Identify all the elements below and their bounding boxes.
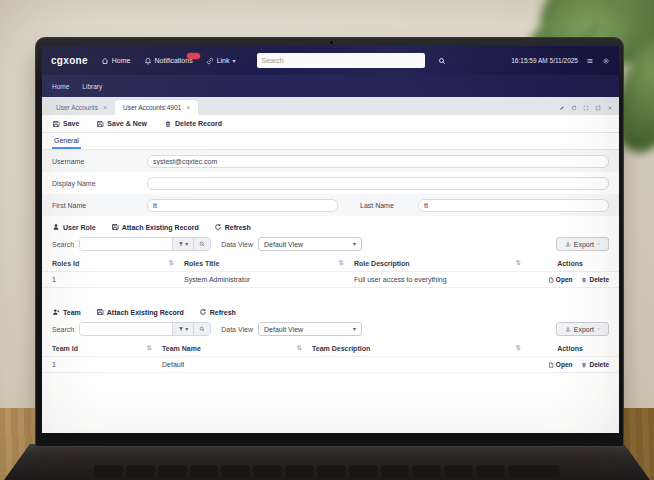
tab-user-accounts-4901[interactable]: User Accounts:4901 ×	[115, 100, 198, 115]
tab-label: User Accounts:4901	[123, 104, 181, 111]
last-name-label: Last Name	[360, 202, 418, 209]
delete-record-button[interactable]: Delete Record	[164, 120, 222, 128]
teams-data-view-label: Data View	[221, 326, 253, 333]
role-open-label: Open	[556, 276, 573, 283]
teams-table-row[interactable]: 1 Default Open Delete	[42, 356, 619, 373]
save-icon	[96, 120, 104, 128]
trash-icon	[581, 362, 587, 368]
col-role-description[interactable]: Role Description	[354, 260, 410, 267]
home-icon	[101, 57, 109, 65]
save-and-new-label: Save & New	[107, 120, 147, 127]
teams-search-button[interactable]	[193, 323, 210, 335]
add-user-role-button[interactable]: User Role	[52, 223, 96, 231]
col-roles-title[interactable]: Roles Title	[184, 260, 219, 267]
nav-notifications[interactable]: Notifications	[144, 57, 193, 65]
roles-export-button[interactable]: Export ▾	[556, 237, 609, 251]
roles-search-group: ▾	[79, 237, 211, 251]
first-name-field[interactable]	[147, 199, 338, 212]
teams-toolbar: Team Attach Existing Record Refresh	[42, 301, 619, 319]
team-open-label: Open	[556, 361, 573, 368]
search-icon[interactable]	[438, 57, 446, 65]
search-icon	[199, 241, 205, 247]
person-plus-icon	[52, 308, 60, 316]
sort-icon[interactable]: ⇅	[147, 344, 152, 352]
role-delete-button[interactable]: Delete	[581, 276, 609, 283]
team-name-cell: Default	[162, 361, 312, 368]
top-navbar: cgxone Home Notifications Link ▾	[42, 46, 619, 75]
team-delete-label: Delete	[589, 361, 609, 368]
last-name-field[interactable]	[418, 199, 609, 212]
webcam	[330, 41, 333, 44]
global-search-input[interactable]	[257, 53, 425, 68]
fullscreen-icon[interactable]	[583, 105, 589, 111]
team-delete-button[interactable]: Delete	[581, 361, 609, 368]
col-actions: Actions	[557, 345, 583, 352]
menubar-item-library[interactable]: Library	[82, 83, 102, 90]
download-icon	[565, 241, 571, 247]
col-team-name[interactable]: Team Name	[162, 345, 201, 352]
menu-bar: Home Library	[42, 75, 619, 97]
nav-link-menu[interactable]: Link ▾	[206, 57, 236, 65]
tab-close-icon[interactable]: ×	[103, 104, 107, 111]
bell-icon	[144, 57, 152, 65]
team-open-button[interactable]: Open	[548, 361, 573, 368]
delete-record-label: Delete Record	[175, 120, 222, 127]
role-id-cell: 1	[52, 276, 184, 283]
nav-link-label: Link	[217, 57, 230, 64]
roles-table-row[interactable]: 1 System Administrator Full user access …	[42, 271, 619, 288]
document-tabstrip: User Accounts × User Accounts:4901 ×	[42, 97, 619, 115]
teams-refresh-label: Refresh	[210, 309, 236, 316]
popout-icon[interactable]	[595, 105, 601, 111]
roles-search-row: Search ▾ Data View Default View	[42, 234, 619, 255]
save-and-new-button[interactable]: Save & New	[96, 120, 147, 128]
roles-search-button[interactable]	[193, 238, 210, 250]
sort-icon[interactable]: ⇅	[516, 259, 521, 267]
menubar-item-home[interactable]: Home	[52, 83, 69, 90]
menu-list-icon[interactable]	[586, 57, 594, 65]
record-toolbar: Save Save & New Delete Record	[42, 115, 619, 133]
teams-export-button[interactable]: Export ▾	[556, 322, 609, 336]
roles-attach-existing-button[interactable]: Attach Existing Record	[111, 223, 199, 231]
tab-general[interactable]: General	[52, 133, 81, 149]
roles-data-view-select[interactable]: Default View ▾	[258, 237, 362, 251]
tab-close-icon[interactable]: ×	[186, 104, 190, 111]
sort-icon[interactable]: ⇅	[339, 259, 344, 267]
refresh-icon[interactable]	[571, 105, 577, 111]
role-open-button[interactable]: Open	[548, 276, 573, 283]
col-team-id[interactable]: Team Id	[52, 345, 78, 352]
display-name-row: Display Name	[42, 172, 619, 194]
close-icon[interactable]	[607, 105, 613, 111]
edit-icon[interactable]	[559, 105, 565, 111]
roles-data-view-value: Default View	[264, 241, 303, 248]
save-button[interactable]: Save	[52, 120, 79, 128]
add-user-role-label: User Role	[63, 224, 96, 231]
username-field[interactable]	[147, 155, 609, 168]
funnel-icon	[178, 241, 184, 247]
link-icon	[206, 57, 214, 65]
col-actions: Actions	[557, 260, 583, 267]
laptop-base	[4, 444, 650, 480]
roles-refresh-button[interactable]: Refresh	[214, 223, 251, 231]
col-roles-id[interactable]: Roles Id	[52, 260, 79, 267]
roles-data-view-label: Data View	[221, 241, 253, 248]
sort-icon[interactable]: ⇅	[516, 344, 521, 352]
display-name-field[interactable]	[147, 177, 609, 190]
teams-data-view-select[interactable]: Default View ▾	[258, 322, 362, 336]
teams-search-input[interactable]	[80, 323, 172, 335]
roles-filter-button[interactable]: ▾	[172, 238, 193, 250]
teams-table-header: Team Id⇅ Team Name⇅ Team Description⇅ Ac…	[42, 340, 619, 356]
nav-home[interactable]: Home	[101, 57, 131, 65]
teams-filter-button[interactable]: ▾	[172, 323, 193, 335]
tab-user-accounts[interactable]: User Accounts ×	[48, 100, 115, 115]
gear-icon[interactable]	[602, 57, 610, 65]
trash-icon	[581, 277, 587, 283]
sort-icon[interactable]: ⇅	[169, 259, 174, 267]
save-label: Save	[63, 120, 79, 127]
roles-search-input[interactable]	[80, 238, 172, 250]
sort-icon[interactable]: ⇅	[297, 344, 302, 352]
add-team-button[interactable]: Team	[52, 308, 81, 316]
teams-attach-existing-button[interactable]: Attach Existing Record	[96, 308, 184, 316]
col-team-description[interactable]: Team Description	[312, 345, 370, 352]
teams-refresh-button[interactable]: Refresh	[199, 308, 236, 316]
display-name-label: Display Name	[52, 180, 147, 187]
